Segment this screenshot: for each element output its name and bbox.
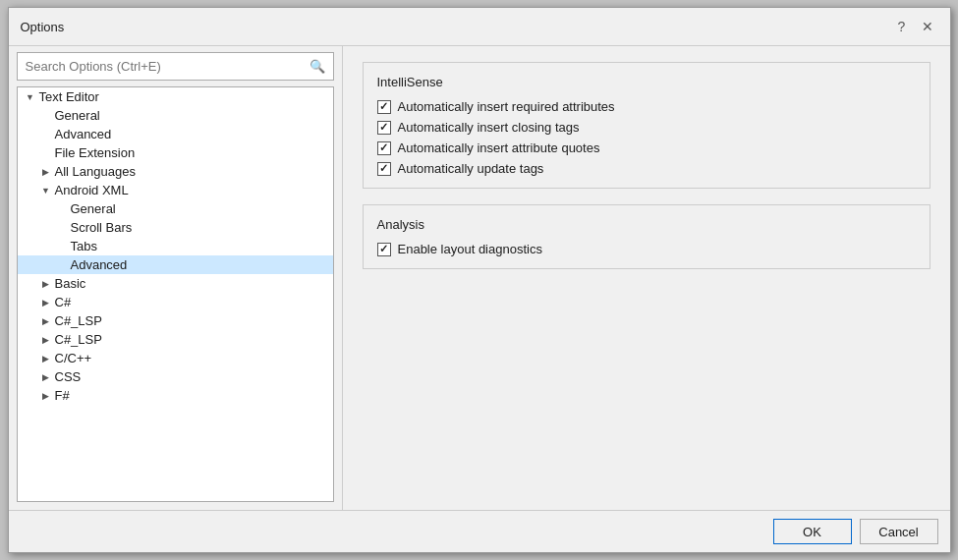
- checkbox-enable-diagnostics: Enable layout diagnostics: [377, 242, 916, 256]
- cancel-button[interactable]: Cancel: [860, 519, 938, 544]
- tree-label-scroll-bars: Scroll Bars: [69, 220, 133, 235]
- tree-label-advanced: Advanced: [53, 127, 112, 141]
- label-auto-insert-closing: Automatically insert closing tags: [398, 120, 580, 135]
- tree-item-advanced[interactable]: Advanced: [18, 125, 333, 143]
- analysis-title: Analysis: [377, 217, 916, 232]
- right-panel: IntelliSense Automatically insert requir…: [343, 46, 950, 510]
- tree-item-cpp[interactable]: ▶ C/C++: [18, 349, 333, 367]
- expand-icon-text-editor: ▼: [24, 90, 37, 104]
- checkbox-auto-insert-closing-input[interactable]: [377, 121, 391, 135]
- intellisense-title: IntelliSense: [377, 75, 916, 89]
- expand-icon-android-xml: ▼: [39, 184, 53, 197]
- intellisense-section: IntelliSense Automatically insert requir…: [363, 62, 930, 189]
- tree-label-file-extension: File Extension: [53, 145, 136, 160]
- tree-item-advanced-selected[interactable]: Advanced: [18, 255, 333, 274]
- tree-item-csharp-lsp2[interactable]: ▶ C#_LSP: [18, 330, 333, 349]
- expand-icon-basic: ▶: [39, 277, 53, 291]
- tree-label-text-editor: Text Editor: [37, 89, 99, 104]
- tree-item-basic[interactable]: ▶ Basic: [18, 274, 333, 293]
- label-enable-diagnostics: Enable layout diagnostics: [398, 242, 542, 256]
- search-box[interactable]: 🔍: [17, 52, 334, 81]
- expand-icon-css: ▶: [39, 370, 53, 384]
- expand-icon-advanced: [39, 128, 53, 141]
- tree-label-cpp: C/C++: [53, 351, 92, 365]
- tree-item-scroll-bars[interactable]: Scroll Bars: [18, 218, 333, 237]
- tree-item-all-languages[interactable]: ▶ All Languages: [18, 162, 333, 181]
- search-icon: 🔍: [310, 59, 325, 74]
- tree-label-csharp: C#: [53, 295, 72, 309]
- checkbox-auto-update-tags-input[interactable]: [377, 162, 391, 176]
- tree-label-general: General: [53, 108, 100, 123]
- dialog-title: Options: [21, 20, 65, 34]
- expand-icon-cpp: ▶: [39, 352, 53, 365]
- expand-icon-scroll-bars: [55, 221, 69, 235]
- tree-label-advanced-selected: Advanced: [69, 257, 128, 272]
- tree-item-general[interactable]: General: [18, 106, 333, 125]
- tree-item-android-xml[interactable]: ▼ Android XML: [18, 181, 333, 199]
- tree-label-tabs: Tabs: [69, 239, 97, 253]
- checkbox-auto-insert-attrs: Automatically insert required attributes: [377, 99, 916, 114]
- tree-label-all-languages: All Languages: [53, 164, 136, 179]
- tree-label-android-xml: Android XML: [53, 183, 129, 197]
- expand-icon-csharp-lsp1: ▶: [39, 314, 53, 328]
- tree-label-css: CSS: [53, 369, 82, 384]
- tree-item-fsharp[interactable]: ▶ F#: [18, 386, 333, 405]
- tree-label-csharp-lsp1: C#_LSP: [53, 313, 102, 328]
- checkbox-auto-insert-closing: Automatically insert closing tags: [377, 120, 916, 135]
- title-bar: Options ? ✕: [9, 8, 950, 46]
- search-input[interactable]: [26, 59, 310, 74]
- expand-icon-csharp: ▶: [39, 296, 53, 309]
- help-button[interactable]: ?: [891, 16, 913, 37]
- close-button[interactable]: ✕: [917, 16, 938, 37]
- tree-container[interactable]: ▼ Text Editor General Advanced File Exte…: [17, 86, 334, 502]
- tree-item-android-xml-general[interactable]: General: [18, 199, 333, 218]
- tree-item-css[interactable]: ▶ CSS: [18, 367, 333, 386]
- tree-item-tabs[interactable]: Tabs: [18, 237, 333, 255]
- left-panel: 🔍 ▼ Text Editor General Advanced: [9, 46, 343, 510]
- tree-item-text-editor[interactable]: ▼ Text Editor: [18, 87, 333, 106]
- options-dialog: Options ? ✕ 🔍 ▼ Text Editor: [8, 7, 951, 553]
- tree-item-csharp[interactable]: ▶ C#: [18, 293, 333, 311]
- tree-label-android-xml-general: General: [69, 201, 116, 216]
- checkbox-auto-insert-attrs-input[interactable]: [377, 100, 391, 114]
- checkbox-auto-insert-quotes: Automatically insert attribute quotes: [377, 140, 916, 155]
- title-controls: ? ✕: [891, 16, 938, 37]
- expand-icon-all-languages: ▶: [39, 165, 53, 179]
- tree-item-file-extension[interactable]: File Extension: [18, 143, 333, 162]
- bottom-bar: OK Cancel: [9, 510, 950, 552]
- expand-icon-tabs: [55, 240, 69, 253]
- tree-item-csharp-lsp1[interactable]: ▶ C#_LSP: [18, 311, 333, 330]
- checkbox-enable-diagnostics-input[interactable]: [377, 243, 391, 256]
- analysis-section: Analysis Enable layout diagnostics: [363, 204, 930, 269]
- label-auto-update-tags: Automatically update tags: [398, 161, 544, 176]
- expand-icon-csharp-lsp2: ▶: [39, 333, 53, 347]
- expand-icon-fsharp: ▶: [39, 389, 53, 403]
- label-auto-insert-attrs: Automatically insert required attributes: [398, 99, 615, 114]
- tree-label-fsharp: F#: [53, 388, 70, 403]
- tree-label-csharp-lsp2: C#_LSP: [53, 332, 102, 347]
- checkbox-auto-update-tags: Automatically update tags: [377, 161, 916, 176]
- expand-icon-advanced-selected: [55, 258, 69, 272]
- expand-icon-general: [39, 109, 53, 123]
- ok-button[interactable]: OK: [773, 519, 852, 544]
- checkbox-auto-insert-quotes-input[interactable]: [377, 141, 391, 155]
- label-auto-insert-quotes: Automatically insert attribute quotes: [398, 140, 600, 155]
- tree-label-basic: Basic: [53, 276, 86, 291]
- expand-icon-file-extension: [39, 146, 53, 160]
- main-content: 🔍 ▼ Text Editor General Advanced: [9, 46, 950, 510]
- expand-icon-android-xml-general: [55, 202, 69, 216]
